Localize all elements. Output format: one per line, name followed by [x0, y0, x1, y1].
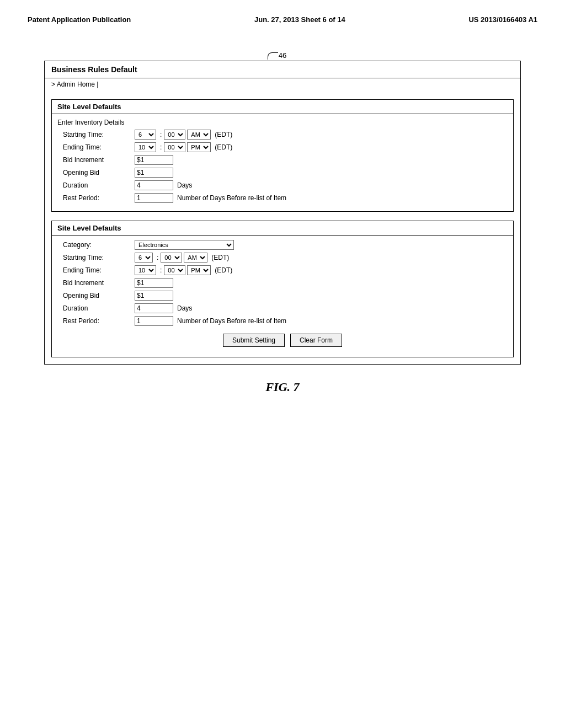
section2-body: Category: Electronics Clothing Books Spo… [52, 235, 513, 357]
section1-subtitle: Enter Inventory Details [57, 119, 508, 126]
section2-duration-label: Duration [63, 304, 135, 312]
section1-rest-period-row: Rest Period: Number of Days Before re-li… [57, 193, 508, 203]
section2-end-minute-select[interactable]: 00153045 [164, 265, 185, 275]
section1-duration-suffix: Days [177, 181, 192, 189]
header-right: US 2013/0166403 A1 [468, 15, 537, 24]
button-row: Submit Setting Clear Form [57, 334, 508, 347]
section1-title: Site Level Defaults [57, 103, 121, 111]
time-sep-3: : [157, 254, 158, 261]
section2-bid-increment-input[interactable] [135, 278, 173, 288]
section2-rest-period-input[interactable] [135, 316, 173, 326]
section2-opening-bid-input[interactable] [135, 291, 173, 301]
section2-duration-input[interactable] [135, 303, 173, 313]
section2-bid-increment-label: Bid Increment [63, 279, 135, 287]
section1-duration-label: Duration [63, 181, 135, 189]
section1-end-hour-select[interactable]: 101112 [135, 142, 156, 152]
section2: Site Level Defaults Category: Electronic… [51, 221, 514, 357]
section2-opening-bid-row: Opening Bid [57, 291, 508, 301]
section1-minute-select[interactable]: 00153045 [164, 130, 185, 140]
breadcrumb: > Admin Home | [45, 78, 520, 90]
section2-ending-time-controls: 101112 : 00153045 PMAM (EDT) [135, 265, 232, 275]
section1-opening-bid-input[interactable] [135, 168, 173, 178]
section2-rest-period-suffix: Number of Days Before re-list of Item [177, 317, 286, 325]
section1-starting-time-controls: 6789101112 : 00153045 AMPM (EDT) [135, 130, 232, 140]
header-left: Patent Application Publication [28, 15, 131, 24]
section2-opening-bid-label: Opening Bid [63, 292, 135, 299]
section2-ending-time-label: Ending Time: [63, 266, 135, 274]
section2-opening-bid-controls [135, 291, 173, 301]
section1-bid-increment-label: Bid Increment [63, 156, 135, 164]
section2-category-label: Category: [63, 241, 135, 249]
section2-bid-increment-controls [135, 278, 173, 288]
section2-end-ampm-select[interactable]: PMAM [187, 265, 211, 275]
section2-rest-period-row: Rest Period: Number of Days Before re-li… [57, 316, 508, 326]
section2-starting-time-label: Starting Time: [63, 254, 135, 261]
section1-opening-bid-row: Opening Bid [57, 168, 508, 178]
section2-duration-controls: Days [135, 303, 192, 313]
section2-starting-time-row: Starting Time: 678 : 00153045 AMPM (EDT) [57, 253, 508, 263]
section2-ending-time-row: Ending Time: 101112 : 00153045 PMAM (EDT… [57, 265, 508, 275]
section2-end-hour-select[interactable]: 101112 [135, 265, 156, 275]
ref-number: 46 [44, 51, 521, 60]
submit-button[interactable]: Submit Setting [223, 334, 285, 347]
section2-bid-increment-row: Bid Increment [57, 278, 508, 288]
section1-hour-select[interactable]: 6789101112 [135, 130, 156, 140]
ref-curve-label: 46 [279, 51, 286, 60]
section1-rest-period-controls: Number of Days Before re-list of Item [135, 193, 286, 203]
section2-ampm-select[interactable]: AMPM [184, 253, 207, 263]
page-header: Patent Application Publication Jun. 27, … [0, 0, 565, 29]
section1-bid-increment-controls [135, 155, 173, 165]
section1-ampm-select[interactable]: AMPM [187, 130, 211, 140]
section1-rest-period-label: Rest Period: [63, 194, 135, 202]
section2-end-timezone: (EDT) [215, 266, 232, 274]
section2-hour-select[interactable]: 678 [135, 253, 153, 263]
section2-timezone: (EDT) [211, 254, 229, 261]
section1-header: Site Level Defaults [52, 100, 513, 114]
section2-duration-suffix: Days [177, 304, 192, 312]
section2-rest-period-controls: Number of Days Before re-list of Item [135, 316, 286, 326]
outer-box-title: Business Rules Default [51, 65, 137, 74]
section2-minute-select[interactable]: 00153045 [161, 253, 182, 263]
section1-end-ampm-select[interactable]: PMAM [187, 142, 211, 152]
section1-ending-time-label: Ending Time: [63, 143, 135, 151]
section2-category-select[interactable]: Electronics Clothing Books Sports [135, 240, 234, 250]
header-center: Jun. 27, 2013 Sheet 6 of 14 [254, 15, 345, 24]
outer-box-header: Business Rules Default [45, 61, 520, 78]
section1-rest-period-input[interactable] [135, 193, 173, 203]
section2-duration-row: Duration Days [57, 303, 508, 313]
clear-form-button[interactable]: Clear Form [290, 334, 342, 347]
section2-category-row: Category: Electronics Clothing Books Spo… [57, 240, 508, 250]
section1-bid-increment-input[interactable] [135, 155, 173, 165]
section1-ending-time-row: Ending Time: 101112 : 00153045 PMAM (EDT… [57, 142, 508, 152]
section1-bid-increment-row: Bid Increment [57, 155, 508, 165]
section1: Site Level Defaults Enter Inventory Deta… [51, 99, 514, 212]
section1-opening-bid-label: Opening Bid [63, 169, 135, 176]
section1-timezone: (EDT) [215, 131, 232, 138]
section2-rest-period-label: Rest Period: [63, 317, 135, 325]
section1-duration-input[interactable] [135, 180, 173, 190]
section1-opening-bid-controls [135, 168, 173, 178]
time-sep-1: : [160, 131, 162, 138]
section1-end-minute-select[interactable]: 00153045 [164, 142, 185, 152]
section1-starting-time-row: Starting Time: 6789101112 : 00153045 AMP… [57, 130, 508, 140]
section1-duration-row: Duration Days [57, 180, 508, 190]
section1-body: Enter Inventory Details Starting Time: 6… [52, 114, 513, 211]
section1-end-timezone: (EDT) [215, 143, 232, 151]
section2-title: Site Level Defaults [57, 224, 121, 232]
section2-category-controls: Electronics Clothing Books Sports [135, 240, 234, 250]
figure-caption: FIG. 7 [44, 380, 521, 394]
time-sep-4: : [160, 266, 162, 274]
section1-rest-period-suffix: Number of Days Before re-list of Item [177, 194, 286, 202]
outer-box: Business Rules Default > Admin Home | Si… [44, 61, 521, 365]
section2-starting-time-controls: 678 : 00153045 AMPM (EDT) [135, 253, 229, 263]
section1-starting-time-label: Starting Time: [63, 131, 135, 138]
section1-ending-time-controls: 101112 : 00153045 PMAM (EDT) [135, 142, 232, 152]
section1-duration-controls: Days [135, 180, 192, 190]
time-sep-2: : [160, 143, 162, 151]
section2-header: Site Level Defaults [52, 221, 513, 235]
